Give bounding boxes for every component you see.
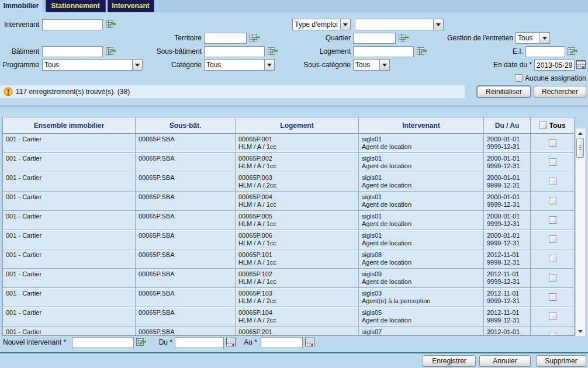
header-intervenant[interactable]: Intervenant [359,117,484,133]
au-input[interactable] [261,337,303,348]
row-checkbox[interactable] [549,197,556,204]
table-row[interactable]: 001 - Cartier 00065P.SBA 00065P.004HLM /… [3,192,574,211]
table-row[interactable]: 001 - Cartier 00065P.SBA 00065P.001HLM /… [3,134,574,153]
cell-logement: 00065P.104HLM / A / 2cc [236,307,359,326]
supprimer-button[interactable]: Supprimer [536,355,586,367]
quartier-input[interactable] [353,33,396,44]
divider [0,352,588,353]
table-row[interactable]: 001 - Cartier 00065P.SBA 00065P.002HLM /… [3,153,574,172]
cell-intervenant: sigls01Agent de location [359,192,484,210]
nouvel-intervenant-lookup-icon[interactable] [136,338,146,349]
cell-intervenant: sigls01Agent de location [359,134,484,152]
en-date-input[interactable] [534,60,575,71]
tab-intervenant[interactable]: Intervenant [107,0,154,12]
emploi-value [355,19,433,30]
select-all-checkbox[interactable] [539,121,547,129]
logement-input[interactable] [353,46,414,57]
result-count-text: 117 enregistrement(s) trouvé(s). (38) [16,85,130,98]
cell-du-au: 2000-01-019999-12-31 [484,153,531,172]
scroll-down-icon[interactable] [576,328,585,335]
table-row[interactable]: 001 - Cartier 00065P.SBA 00065P.006HLM /… [3,230,574,249]
row-checkbox[interactable] [549,216,556,224]
batiment-lookup-icon[interactable] [106,47,116,58]
territoire-lookup-icon[interactable] [250,33,260,45]
table-row[interactable]: 001 - Cartier 00065P.SBA 00065P.201HLM /… [3,327,574,336]
scroll-up-icon[interactable] [576,130,585,137]
header-du-au[interactable]: Du / Au [484,117,531,133]
tab-stationnement[interactable]: Stationnement [45,0,106,12]
table-row[interactable]: 001 - Cartier 00065P.SBA 00065P.104HLM /… [3,307,574,327]
rechercher-button[interactable]: Rechercher [534,86,586,98]
enregistrer-button[interactable]: Enregistrer [423,355,476,367]
aucune-assignation-checkbox[interactable] [515,74,523,82]
header-sous-bat[interactable]: Sous-bât. [136,117,236,133]
gestion-entretien-label: Gestion de l'entretien [427,33,513,44]
cell-du-au: 2000-01-019999-12-31 [484,192,531,210]
row-checkbox[interactable] [549,293,556,301]
du-input[interactable] [175,337,224,348]
sous-batiment-input[interactable] [204,46,265,57]
cell-ensemble: 001 - Cartier [3,192,136,210]
cell-logement: 00065P.002HLM / A / 1cc [236,153,359,172]
row-checkbox[interactable] [549,255,556,262]
row-checkbox[interactable] [549,139,556,147]
reinitialiser-button[interactable]: Réinitialiser [477,86,531,98]
table-row[interactable]: 001 - Cartier 00065P.SBA 00065P.103HLM /… [3,288,574,307]
intervenant-input[interactable] [42,19,103,30]
table-row[interactable]: 001 - Cartier 00065P.SBA 00065P.003HLM /… [3,172,574,192]
cell-logement: 00065P.101HLM / A / 1cc [236,249,359,268]
categorie-select[interactable]: Tous [204,59,275,71]
assignments-table: Ensemble immobilier Sous-bât. Logement I… [2,117,575,336]
cell-intervenant: sigls05Agent de location [359,307,484,326]
batiment-input[interactable] [42,46,103,57]
warning-icon [4,87,13,99]
gestion-entretien-value: Tous [516,33,539,43]
header-ensemble-immobilier[interactable]: Ensemble immobilier [3,117,136,133]
table-body: 001 - Cartier 00065P.SBA 00065P.001HLM /… [3,134,574,336]
intervenant-lookup-icon[interactable] [106,20,116,32]
scrollbar-thumb[interactable] [576,138,584,158]
table-scrollbar[interactable] [576,129,585,336]
cell-sous-bat: 00065P.SBA [136,307,236,326]
annuler-button[interactable]: Annuler [479,355,531,367]
cell-intervenant: sigls09Agent de location [359,269,484,287]
row-checkbox[interactable] [549,235,556,243]
nouvel-intervenant-input[interactable] [72,337,134,348]
cell-ensemble: 001 - Cartier [3,230,136,249]
cell-logement: 00065P.003HLM / A / 2cc [236,172,359,191]
row-checkbox[interactable] [549,332,556,336]
ei-input[interactable] [525,46,565,57]
au-calendar-icon[interactable] [305,338,314,349]
territoire-input[interactable] [204,33,247,44]
row-checkbox[interactable] [549,313,556,320]
cell-du-au: 2000-01-019999-12-31 [484,172,531,191]
ei-lookup-icon[interactable] [568,47,577,58]
cell-du-au: 2012-11-019999-12-31 [484,307,531,326]
type-emploi-select[interactable]: Type d'emploi [292,19,351,30]
chevron-down-icon [132,60,142,70]
row-checkbox[interactable] [549,178,556,185]
header-logement[interactable]: Logement [236,117,359,133]
cell-ensemble: 001 - Cartier [3,134,136,152]
quartier-lookup-icon[interactable] [399,33,409,45]
en-date-calendar-icon[interactable] [576,60,586,71]
table-row[interactable]: 001 - Cartier 00065P.SBA 00065P.102HLM /… [3,269,574,288]
gestion-entretien-select[interactable]: Tous [516,32,550,44]
result-message-bar: 117 enregistrement(s) trouvé(s). (38) [0,85,465,98]
cell-intervenant: sigls01Agent de location [359,211,484,230]
programme-select[interactable]: Tous [42,59,143,71]
row-checkbox[interactable] [549,158,556,166]
cell-ensemble: 001 - Cartier [3,307,136,326]
nouvel-intervenant-label: Nouvel intervenant * [3,337,70,348]
table-row[interactable]: 001 - Cartier 00065P.SBA 00065P.101HLM /… [3,249,574,269]
sous-categorie-select[interactable]: Tous [353,59,390,71]
emploi-select[interactable] [355,19,444,30]
tab-immobilier[interactable]: Immobilier [0,0,42,12]
cell-logement: 00065P.006HLM / A / 1cc [236,230,359,249]
sous-batiment-lookup-icon[interactable] [268,47,278,58]
cell-ensemble: 001 - Cartier [3,153,136,172]
row-checkbox[interactable] [549,274,556,282]
table-row[interactable]: 001 - Cartier 00065P.SBA 00065P.005HLM /… [3,211,574,230]
immobilier-assignment-screen: Immobilier Stationnement Intervenant Int… [0,0,588,368]
logement-lookup-icon[interactable] [417,47,427,58]
